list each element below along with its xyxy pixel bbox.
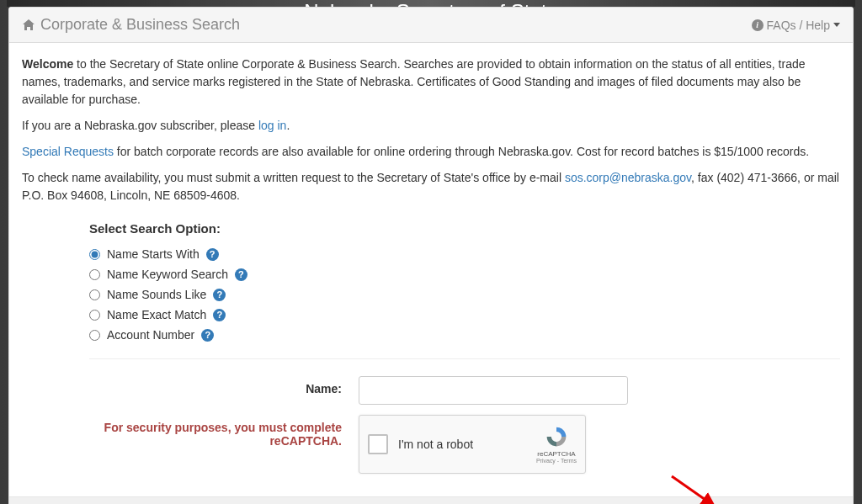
help-icon[interactable]: ? bbox=[235, 268, 247, 281]
radio-input-sounds[interactable] bbox=[89, 289, 100, 300]
captcha-row: For security purposes, you must complete… bbox=[89, 415, 840, 474]
chevron-down-icon bbox=[833, 23, 840, 27]
name-row: Name: bbox=[89, 376, 840, 405]
special-requests-link[interactable]: Special Requests bbox=[22, 145, 114, 158]
radio-input-exact[interactable] bbox=[89, 310, 100, 321]
search-form: Select Search Option: Name Starts With ?… bbox=[89, 221, 840, 474]
help-icon[interactable]: ? bbox=[201, 329, 214, 342]
welcome-rest: to the Secretary of State online Corpora… bbox=[22, 57, 806, 106]
radio-name-exact-match[interactable]: Name Exact Match ? bbox=[89, 308, 840, 321]
radio-input-starts-with[interactable] bbox=[89, 249, 100, 260]
main-panel: Corporate & Business Search i FAQs / Hel… bbox=[8, 7, 854, 504]
panel-body: Welcome to the Secretary of State online… bbox=[9, 43, 853, 496]
radio-label: Account Number bbox=[107, 328, 194, 342]
home-icon bbox=[22, 19, 35, 32]
subscriber-paragraph: If you are a Nebraska.gov subscriber, pl… bbox=[22, 117, 840, 135]
welcome-paragraph: Welcome to the Secretary of State online… bbox=[22, 56, 840, 109]
help-icon[interactable]: ? bbox=[213, 289, 226, 301]
name-label: Name: bbox=[89, 376, 359, 395]
radio-name-keyword[interactable]: Name Keyword Search ? bbox=[89, 268, 840, 281]
recaptcha-widget[interactable]: I'm not a robot reCAPTCHA Privacy - Term… bbox=[359, 415, 586, 474]
radio-label: Name Keyword Search bbox=[107, 268, 228, 281]
captcha-warning: For security purposes, you must complete… bbox=[89, 415, 359, 448]
availability-paragraph: To check name availability, you must sub… bbox=[22, 169, 840, 204]
radio-name-sounds-like[interactable]: Name Sounds Like ? bbox=[89, 288, 840, 301]
radio-name-starts-with[interactable]: Name Starts With ? bbox=[89, 247, 840, 261]
top-banner: Nebraska Secretary of State bbox=[7, 0, 855, 7]
avail-pre: To check name availability, you must sub… bbox=[22, 171, 565, 184]
footer-bar: Perform Search bbox=[9, 496, 853, 504]
sos-email-link[interactable]: sos.corp@nebraska.gov bbox=[565, 171, 691, 184]
divider bbox=[89, 358, 840, 359]
radio-label: Name Exact Match bbox=[107, 308, 206, 321]
subscriber-pre: If you are a Nebraska.gov subscriber, pl… bbox=[22, 119, 258, 132]
recaptcha-checkbox[interactable] bbox=[368, 434, 388, 454]
panel-heading: Corporate & Business Search i FAQs / Hel… bbox=[9, 8, 853, 43]
page-title: Corporate & Business Search bbox=[22, 16, 240, 34]
radio-input-keyword[interactable] bbox=[89, 269, 100, 280]
subscriber-post: . bbox=[286, 119, 290, 132]
recaptcha-badge: reCAPTCHA Privacy - Terms bbox=[536, 425, 577, 464]
recaptcha-terms[interactable]: Privacy - Terms bbox=[536, 458, 577, 464]
help-label: FAQs / Help bbox=[767, 19, 830, 32]
radio-account-number[interactable]: Account Number ? bbox=[89, 328, 840, 342]
radio-label: Name Starts With bbox=[107, 247, 200, 261]
recaptcha-brand: reCAPTCHA bbox=[537, 450, 575, 458]
radio-label: Name Sounds Like bbox=[107, 288, 206, 301]
special-rest: for batch corporate records are also ava… bbox=[114, 145, 809, 158]
help-icon[interactable]: ? bbox=[206, 248, 219, 261]
welcome-bold: Welcome bbox=[22, 57, 73, 71]
radio-input-account[interactable] bbox=[89, 330, 100, 341]
page-title-text: Corporate & Business Search bbox=[40, 16, 240, 34]
special-paragraph: Special Requests for batch corporate rec… bbox=[22, 143, 840, 161]
recaptcha-text: I'm not a robot bbox=[398, 438, 536, 451]
login-link[interactable]: log in bbox=[258, 119, 286, 132]
help-icon[interactable]: ? bbox=[213, 309, 226, 321]
faqs-help-dropdown[interactable]: i FAQs / Help bbox=[752, 19, 840, 32]
org-name: Nebraska Secretary of State bbox=[304, 0, 557, 7]
recaptcha-icon bbox=[545, 425, 568, 448]
name-input[interactable] bbox=[359, 376, 628, 405]
info-icon: i bbox=[752, 19, 764, 31]
search-heading: Select Search Option: bbox=[89, 221, 840, 236]
